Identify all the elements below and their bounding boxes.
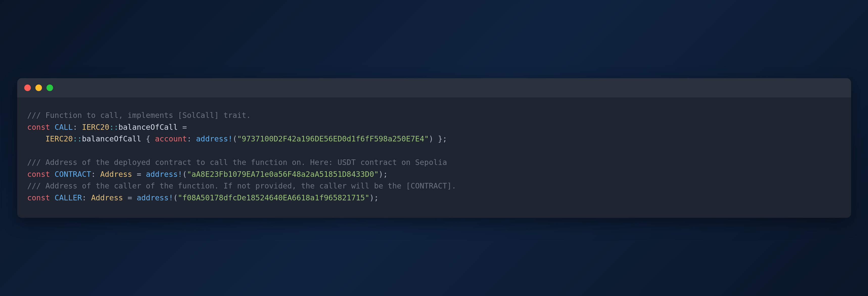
const-name: CALLER <box>55 193 82 202</box>
semi: ; <box>442 134 447 143</box>
code-window: /// Function to call, implements [SolCal… <box>17 78 851 218</box>
lparen: ( <box>182 170 187 179</box>
type-address: Address <box>100 170 132 179</box>
colon: : <box>73 123 82 132</box>
lparen: ( <box>173 193 178 202</box>
colon: : <box>187 134 196 143</box>
comment-line: /// Address of the deployed contract to … <box>27 158 447 167</box>
colon: : <box>91 170 100 179</box>
type-member: balanceOfCall <box>119 123 178 132</box>
dcolon: :: <box>110 123 119 132</box>
close-icon[interactable] <box>24 84 31 91</box>
rparen: ) <box>378 170 383 179</box>
const-name: CALL <box>55 123 73 132</box>
macro-address: address! <box>137 193 173 202</box>
string-literal: "9737100D2F42a196DE56ED0d1f6fF598a250E7E… <box>237 134 429 143</box>
rbrace: } <box>433 134 442 143</box>
indent <box>27 134 45 143</box>
lparen: ( <box>232 134 237 143</box>
string-literal: "aA8E23Fb1079EA71e0a56F48a2aA51851D8433D… <box>187 170 379 179</box>
comment-line: /// Address of the caller of the functio… <box>27 181 456 190</box>
maximize-icon[interactable] <box>46 84 53 91</box>
keyword-const: const <box>27 170 50 179</box>
lbrace: { <box>141 134 155 143</box>
type-address: Address <box>91 193 123 202</box>
string-literal: "f08A50178dfcDe18524640EA6618a1f96582171… <box>178 193 370 202</box>
comment-line: /// Function to call, implements [SolCal… <box>27 111 251 120</box>
field-account: account <box>155 134 187 143</box>
colon: : <box>82 193 91 202</box>
semi: ; <box>383 170 388 179</box>
keyword-const: const <box>27 123 50 132</box>
code-block: /// Function to call, implements [SolCal… <box>17 98 851 218</box>
rparen: ) <box>369 193 374 202</box>
macro-address: address! <box>196 134 233 143</box>
keyword-const: const <box>27 193 50 202</box>
rparen: ) <box>429 134 433 143</box>
minimize-icon[interactable] <box>35 84 42 91</box>
type-ierc20: IERC20 <box>82 123 109 132</box>
titlebar <box>17 78 851 98</box>
semi: ; <box>374 193 378 202</box>
eq: = <box>178 123 191 132</box>
macro-address: address! <box>146 170 182 179</box>
eq: = <box>123 193 137 202</box>
const-name: CONTRACT <box>55 170 91 179</box>
type-member: balanceOfCall <box>82 134 141 143</box>
type-ierc20: IERC20 <box>45 134 73 143</box>
dcolon: :: <box>73 134 82 143</box>
eq: = <box>132 170 146 179</box>
